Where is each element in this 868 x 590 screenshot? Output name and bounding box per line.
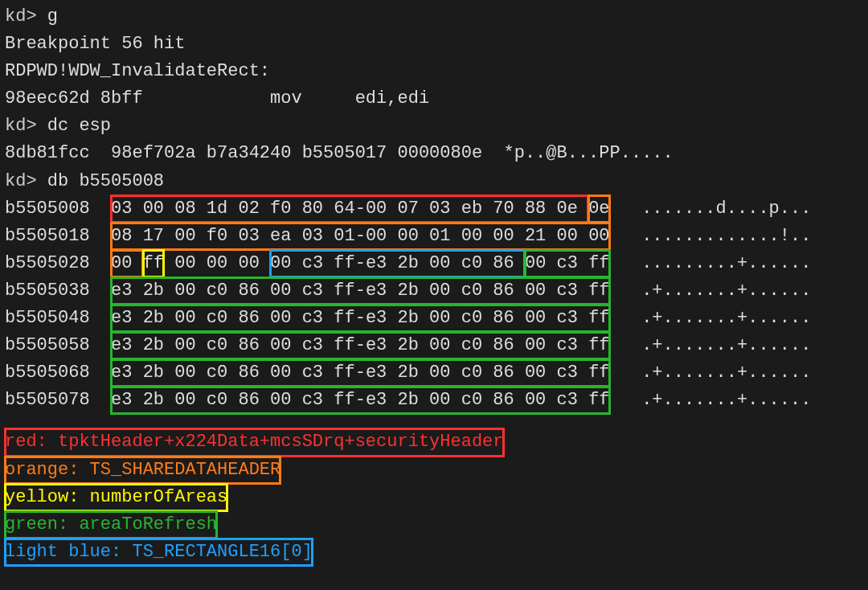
legend-green: green: areaToRefresh (5, 511, 863, 539)
ascii: .........+...... (610, 253, 812, 273)
addr: b5505028 (5, 253, 111, 273)
hex-row-5: b5505048 e3 2b 00 c0 86 00 c3 ff-e3 2b 0… (5, 305, 863, 332)
green-box: e3 2b 00 c0 86 00 c3 ff-e3 2b 00 c0 86 0… (111, 305, 610, 332)
legend-red: red: tpktHeader+x224Data+mcsSDrq+securit… (5, 428, 863, 456)
kd-prompt: kd> (5, 171, 47, 191)
kd-prompt: kd> (5, 6, 47, 27)
addr: b5505038 (5, 281, 111, 301)
hex-row-8: b5505078 e3 2b 00 c0 86 00 c3 ff-e3 2b 0… (5, 387, 863, 414)
cmd-g: g (47, 6, 58, 27)
addr: b5505058 (5, 335, 111, 355)
breakpoint-line: Breakpoint 56 hit (5, 31, 863, 58)
ascii: .............!.. (610, 226, 812, 246)
hex-row-2: b5505018 08 17 00 f0 03 ea 03 01-00 00 0… (5, 223, 863, 250)
addr: b5505018 (5, 226, 111, 246)
orange-box: 00 (111, 250, 143, 277)
legend-orange: orange: TS_SHAREDATAHEADER (5, 457, 863, 484)
cmd-line-db: kd> db b5505008 (5, 168, 863, 195)
addr: b5505008 (5, 199, 111, 219)
orange-box: 0e (588, 195, 609, 223)
green-box: e3 2b 00 c0 86 00 c3 ff-e3 2b 00 c0 86 0… (111, 387, 610, 414)
green-box: 00 c3 ff (525, 250, 610, 277)
ascii: .+.......+...... (610, 335, 812, 355)
legend-blue: light blue: TS_RECTANGLE16[0] (5, 539, 863, 566)
legend-blue-label: light blue: TS_RECTANGLE16[0] (5, 539, 313, 566)
addr: b5505048 (5, 308, 111, 328)
green-box: e3 2b 00 c0 86 00 c3 ff-e3 2b 00 c0 86 0… (111, 359, 610, 387)
hex-row-6: b5505058 e3 2b 00 c0 86 00 c3 ff-e3 2b 0… (5, 332, 863, 359)
hex-row-1: b5505008 03 00 08 1d 02 f0 80 64-00 07 0… (5, 195, 863, 223)
orange-box: 08 17 00 f0 03 ea 03 01-00 00 01 00 00 2… (111, 223, 610, 250)
cmd-line-g: kd> g (5, 3, 863, 31)
legend-orange-label: orange: TS_SHAREDATAHEADER (5, 457, 280, 484)
hex-row-4: b5505038 e3 2b 00 c0 86 00 c3 ff-e3 2b 0… (5, 277, 863, 305)
blue-box: 00 c3 ff-e3 2b 00 c0 86 (270, 250, 525, 277)
green-box: e3 2b 00 c0 86 00 c3 ff-e3 2b 00 c0 86 0… (111, 332, 610, 359)
cmd-db: db b5505008 (47, 171, 164, 191)
legend: red: tpktHeader+x224Data+mcsSDrq+securit… (5, 428, 863, 565)
hex-row-7: b5505068 e3 2b 00 c0 86 00 c3 ff-e3 2b 0… (5, 359, 863, 387)
gap: 00 00 00 (164, 253, 270, 273)
addr: b5505068 (5, 363, 111, 383)
addr: b5505078 (5, 390, 111, 410)
cmd-dc: dc esp (47, 116, 111, 136)
symbol-line: RDPWD!WDW_InvalidateRect: (5, 58, 863, 85)
ascii: .+.......+...... (610, 363, 812, 383)
legend-green-label: green: areaToRefresh (5, 511, 217, 539)
ascii: .+.......+...... (610, 281, 812, 301)
ascii: .+.......+...... (610, 308, 812, 328)
legend-yellow-label: yellow: numberOfAreas (5, 484, 227, 511)
hex-row-3: b5505028 00 ff 00 00 00 00 c3 ff-e3 2b 0… (5, 250, 863, 277)
yellow-box: ff (143, 250, 164, 277)
dc-output: 8db81fcc 98ef702a b7a34240 b5505017 0000… (5, 140, 863, 167)
ascii: .......d....p... (610, 199, 812, 219)
red-box: 03 00 08 1d 02 f0 80 64-00 07 03 eb 70 8… (111, 195, 588, 223)
legend-yellow: yellow: numberOfAreas (5, 484, 863, 511)
legend-red-label: red: tpktHeader+x224Data+mcsSDrq+securit… (5, 428, 504, 456)
disasm-line: 98eec62d 8bff mov edi,edi (5, 85, 863, 113)
kd-prompt: kd> (5, 116, 47, 136)
debugger-terminal: kd> g Breakpoint 56 hit RDPWD!WDW_Invali… (0, 0, 868, 590)
ascii: .+.......+...... (610, 390, 812, 410)
green-box: e3 2b 00 c0 86 00 c3 ff-e3 2b 00 c0 86 0… (111, 277, 610, 305)
cmd-line-dc: kd> dc esp (5, 113, 863, 140)
